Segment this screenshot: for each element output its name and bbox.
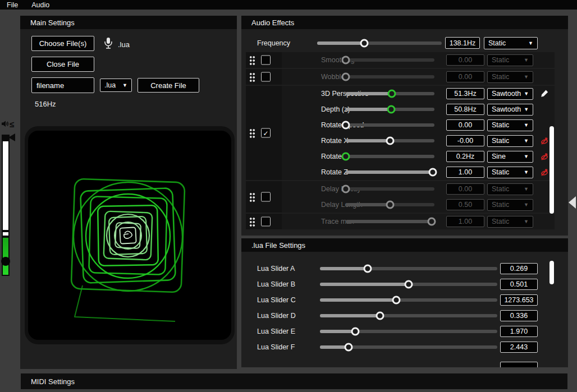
effect-slider[interactable] [346,170,434,174]
effect-enable-checkbox[interactable] [261,72,271,82]
effect-value-box[interactable]: 0.00 [446,54,484,66]
slider-thumb[interactable] [392,296,400,305]
effect-mode-dropdown[interactable]: Static▼ [487,135,533,147]
slider-thumb[interactable] [388,90,396,98]
slider-thumb[interactable] [428,168,437,177]
spin-icon-slot[interactable] [540,152,549,161]
frequency-mode-dropdown[interactable]: Static ▼ [484,37,538,49]
effect-mode-dropdown[interactable]: Static▼ [487,54,533,66]
slider-thumb[interactable] [376,312,384,320]
lua-slider[interactable] [320,283,497,286]
menu-item-file[interactable]: File [0,0,25,10]
effect-mode-dropdown[interactable]: Static▼ [487,71,533,83]
slider-thumb[interactable] [364,265,372,273]
lua-scrollbar[interactable] [549,261,554,284]
spin-icon-slot[interactable] [540,136,549,145]
spin-icon-slot[interactable] [540,168,549,177]
slider-thumb[interactable] [344,343,352,352]
slider-thumb[interactable] [342,153,350,161]
effect-value-box[interactable]: 0.50 [446,199,484,210]
speaker-icon [1,120,9,128]
spin-axis-icon[interactable] [540,136,549,145]
lua-value-box[interactable]: 1.970 [500,326,538,337]
effect-slider[interactable] [346,220,434,223]
frequency-slider[interactable] [317,41,442,45]
lua-slider[interactable] [320,330,497,333]
effect-slider[interactable] [346,139,434,142]
slider-thumb[interactable] [351,328,360,336]
effect-value-box[interactable]: 0.2Hz [446,151,484,162]
create-file-button[interactable]: Create File [138,78,199,93]
effect-enable-checkbox[interactable] [261,56,271,65]
effect-slider[interactable] [346,108,434,111]
slider-thumb[interactable] [342,73,350,81]
panel-collapse-arrow-icon[interactable] [569,196,576,209]
effect-mode-dropdown[interactable]: Sawtooth▼ [487,88,533,100]
extension-dropdown[interactable]: .lua ▼ [100,79,132,92]
effect-value-box[interactable]: 0.00 [446,119,484,131]
lua-value-box[interactable]: 0.269 [500,263,538,274]
menu-item-audio[interactable]: Audio [25,0,56,10]
effect-enable-checkbox[interactable] [261,217,271,227]
effect-mode-dropdown[interactable]: Static▼ [487,167,533,178]
spin-axis-icon[interactable] [540,152,549,161]
pencil-icon[interactable] [540,89,549,98]
close-file-button[interactable]: Close File [31,57,94,72]
slider-thumb[interactable] [387,105,395,114]
slider-thumb[interactable] [342,56,350,64]
lua-slider[interactable] [320,267,497,270]
spin-axis-icon[interactable] [540,168,549,177]
slider-thumb[interactable] [386,137,395,145]
effect-slider[interactable] [346,92,434,95]
effect-value-box[interactable]: 1.00 [446,167,484,178]
volume-knob[interactable] [1,257,10,266]
lua-value-box[interactable]: 1273.653 [500,294,538,306]
effect-value-box[interactable]: -0.00 [446,135,484,146]
effect-mode-dropdown[interactable]: Static▼ [487,183,533,195]
drag-handle-icon[interactable] [249,217,255,227]
effect-mode-dropdown[interactable]: Static▼ [487,199,533,211]
chevron-down-icon: ▼ [524,91,529,96]
slider-thumb[interactable] [342,121,350,130]
slider-thumb[interactable] [342,185,350,193]
choose-file-button[interactable]: Choose File(s) [31,36,94,51]
slider-thumb[interactable] [405,280,413,289]
lua-slider[interactable] [320,345,497,349]
effect-value-box[interactable]: 0.00 [446,183,484,195]
lua-value-box[interactable]: 0.501 [500,279,538,290]
microphone-icon[interactable] [102,36,115,50]
effect-slider[interactable] [346,187,434,191]
effect-slider[interactable] [346,155,434,158]
slider-thumb[interactable] [428,218,436,226]
pencil-icon-slot[interactable] [540,89,549,98]
effect-value-box[interactable]: 51.3Hz [446,88,484,99]
effect-mode-dropdown[interactable]: Sawtooth▼ [487,104,533,116]
lua-slider[interactable] [320,314,497,317]
midi-settings-bar[interactable]: MIDI Settings [21,373,567,389]
lua-slider[interactable] [320,298,497,302]
frequency-value-box[interactable]: 138.1Hz [445,37,480,49]
effect-value-box[interactable]: 0.00 [446,71,484,82]
volume-slider[interactable] [2,135,10,276]
effect-slider[interactable] [346,123,434,127]
effect-value-box[interactable]: 1.00 [446,216,484,227]
drag-handle-icon[interactable] [249,192,255,202]
effect-slider[interactable] [346,75,434,79]
effect-enable-checkbox[interactable]: ✓ [261,128,271,138]
effect-value-box[interactable]: 50.8Hz [446,104,484,115]
drag-handle-icon[interactable] [249,56,255,65]
effects-scrollbar[interactable] [549,126,554,214]
effect-slider[interactable] [346,203,434,206]
effect-slider[interactable] [346,58,434,62]
frequency-slider-thumb[interactable] [360,39,369,48]
slider-thumb[interactable] [386,201,395,209]
filename-input[interactable]: filename [31,77,94,93]
drag-handle-icon[interactable] [249,128,255,138]
lua-value-box[interactable]: 2.443 [500,342,538,353]
lua-value-box[interactable]: 0.336 [500,310,538,321]
drag-handle-icon[interactable] [249,72,255,82]
effect-enable-checkbox[interactable] [261,192,271,202]
effect-mode-dropdown[interactable]: Sine▼ [487,151,533,163]
effect-mode-dropdown[interactable]: Static▼ [487,119,533,131]
effect-mode-dropdown[interactable]: Static▼ [487,216,533,228]
